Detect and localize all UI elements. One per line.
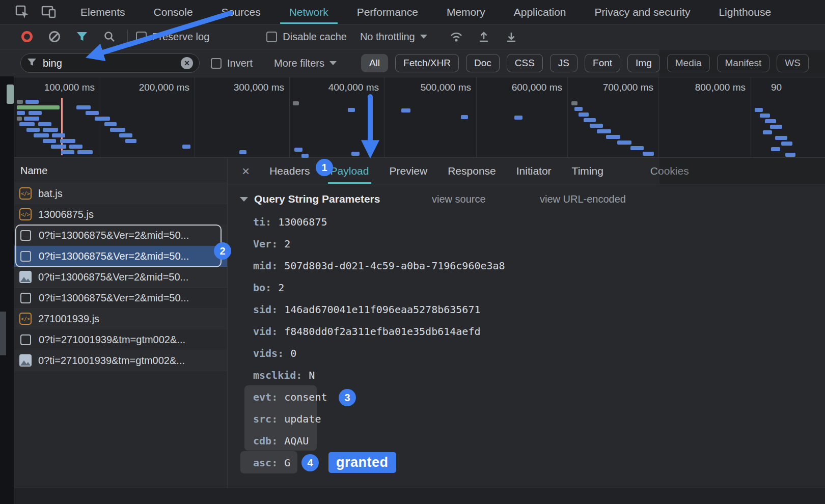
waterfall-bar	[763, 130, 772, 134]
inspect-element-icon[interactable]	[12, 3, 33, 21]
tab-cookies[interactable]: Cookies	[642, 158, 698, 184]
request-list-panel: Name bat.js 13006875.js 0?ti=13006875&Ve…	[14, 158, 228, 488]
tab-application[interactable]: Application	[500, 0, 581, 24]
request-row[interactable]: 271001939.js	[14, 309, 227, 329]
document-icon	[20, 251, 31, 262]
export-har-icon[interactable]	[502, 27, 521, 46]
throttling-select[interactable]: No throttling	[360, 31, 427, 43]
close-icon[interactable]: ×	[242, 164, 250, 178]
filter-chip-manifest[interactable]: Manifest	[717, 54, 770, 72]
filter-chip-doc[interactable]: Doc	[466, 54, 500, 72]
filter-chip-all[interactable]: All	[361, 54, 388, 72]
waterfall-bar	[29, 111, 42, 115]
waterfall-bar	[77, 150, 93, 154]
clear-filter-icon[interactable]: ×	[181, 57, 193, 69]
request-row[interactable]: 0?ti=13006875&Ver=2&mid=50...	[14, 267, 227, 288]
request-row[interactable]: 13006875.js	[14, 204, 227, 225]
filter-chip-js[interactable]: JS	[550, 54, 578, 72]
param-key: src	[253, 413, 278, 425]
filter-text-field[interactable]	[42, 57, 176, 70]
waterfall-bar	[86, 111, 99, 115]
search-icon[interactable]	[100, 27, 119, 46]
request-row[interactable]: 0?ti=271001939&tm=gtm002&...	[14, 329, 227, 350]
param-value: G	[284, 457, 290, 469]
waterfall-bar	[34, 133, 49, 137]
filter-chip-fetch-xhr[interactable]: Fetch/XHR	[395, 54, 459, 72]
tab-network[interactable]: Network	[275, 0, 343, 24]
tab-lighthouse[interactable]: Lighthouse	[704, 0, 785, 24]
waterfall-bar	[182, 145, 190, 149]
tab-headers[interactable]: Headers	[261, 158, 318, 184]
chevron-down-icon	[329, 61, 337, 65]
request-name: 0?ti=13006875&Ver=2&mid=50...	[39, 292, 189, 304]
network-filter-input[interactable]: ×	[20, 53, 200, 73]
tab-preview[interactable]: Preview	[380, 158, 436, 184]
param-row: mid507d803d-d021-4c59-a0ba-7196c960e3a8	[228, 255, 825, 276]
request-row[interactable]: 0?ti=13006875&Ver=2&mid=50...	[14, 288, 227, 309]
request-row[interactable]: bat.js	[14, 183, 227, 204]
tabbar-tool-icons	[0, 3, 66, 21]
checkbox-box[interactable]	[136, 32, 147, 42]
disable-cache-checkbox[interactable]: Disable cache	[266, 31, 347, 43]
tab-sources[interactable]: Sources	[207, 0, 275, 24]
document-icon	[20, 230, 31, 241]
preserve-log-label: Preserve log	[152, 31, 209, 43]
device-toolbar-icon[interactable]	[39, 3, 59, 21]
waterfall-bar	[125, 139, 136, 143]
clear-network-log-icon[interactable]	[45, 27, 64, 46]
waterfall-bars	[0, 77, 825, 157]
filter-chip-img[interactable]: Img	[627, 54, 660, 72]
waterfall-bar	[630, 146, 644, 150]
tab-console[interactable]: Console	[140, 0, 207, 24]
tab-elements[interactable]: Elements	[66, 0, 140, 24]
more-filters-dropdown[interactable]: More filters	[274, 58, 337, 69]
checkbox-box[interactable]	[266, 32, 277, 42]
preserve-log-checkbox[interactable]: Preserve log	[136, 31, 209, 43]
filter-icon[interactable]	[72, 27, 92, 46]
script-icon	[19, 208, 32, 220]
waterfall-bar	[293, 101, 299, 105]
param-value: 2	[284, 238, 290, 250]
network-conditions-icon[interactable]	[447, 27, 466, 46]
throttling-value: No throttling	[360, 31, 415, 43]
disclosure-triangle-icon[interactable]	[240, 197, 248, 202]
tab-memory[interactable]: Memory	[432, 0, 500, 24]
invert-label: Invert	[227, 58, 253, 69]
param-row: srcupdate	[228, 408, 825, 430]
view-source-link[interactable]: view source	[432, 184, 486, 214]
checkbox-box[interactable]	[211, 58, 222, 69]
waterfall-bar	[76, 105, 91, 109]
record-icon[interactable]	[17, 27, 37, 46]
view-url-encoded-link[interactable]: view URL-encoded	[540, 184, 626, 214]
invert-checkbox[interactable]: Invert	[211, 58, 253, 69]
devtools-window: Elements Console Sources Network Perform…	[0, 0, 825, 504]
tab-privacy-and-security[interactable]: Privacy and security	[580, 0, 704, 24]
network-overview-timeline[interactable]: 100,000 ms 200,000 ms 300,000 ms 400,000…	[0, 77, 825, 158]
waterfall-bar	[301, 154, 309, 158]
tab-timing[interactable]: Timing	[563, 158, 612, 184]
name-column-header[interactable]: Name	[14, 158, 227, 183]
param-row: evtconsent	[228, 386, 825, 408]
filter-chip-media[interactable]: Media	[667, 54, 710, 72]
tab-performance[interactable]: Performance	[343, 0, 432, 24]
import-har-icon[interactable]	[474, 27, 493, 46]
filter-chip-css[interactable]: CSS	[507, 54, 543, 72]
waterfall-bar	[597, 129, 611, 133]
request-row-selected[interactable]: 0?ti=13006875&Ver=2&mid=50...	[14, 246, 227, 267]
request-name: 0?ti=13006875&Ver=2&mid=50...	[39, 230, 189, 241]
request-row[interactable]: 0?ti=271001939&tm=gtm002&...	[14, 350, 227, 371]
payload-section-title: Query String Parameters	[254, 193, 380, 205]
param-key: asc	[253, 457, 278, 469]
filter-chip-ws[interactable]: WS	[777, 54, 809, 72]
filter-chip-font[interactable]: Font	[585, 54, 620, 72]
tab-response[interactable]: Response	[439, 158, 505, 184]
image-icon	[19, 354, 32, 367]
request-detail-panel: × Headers Payload Preview Response Initi…	[228, 158, 825, 488]
page-behind-strip	[0, 76, 14, 504]
param-row: vids0	[228, 342, 825, 364]
waterfall-bar	[26, 128, 40, 132]
request-row[interactable]: 0?ti=13006875&Ver=2&mid=50...	[14, 225, 227, 246]
tab-initiator[interactable]: Initiator	[508, 158, 560, 184]
param-value: update	[284, 413, 321, 425]
status-bar	[14, 488, 825, 504]
